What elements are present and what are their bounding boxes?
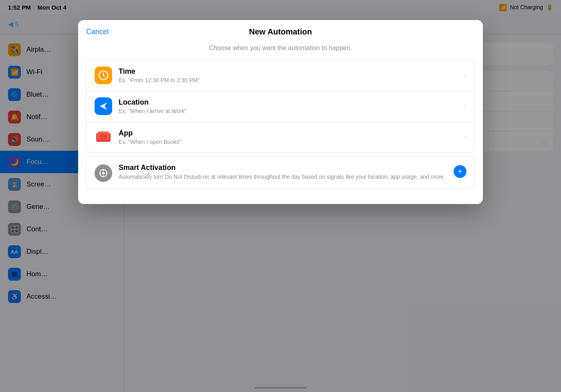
new-automation-modal: Cancel New Automation Choose when you wa… xyxy=(78,20,483,204)
time-chevron-icon: › xyxy=(464,72,466,79)
time-option-text: Time Ex. "From 12:30 PM to 2:30 PM" xyxy=(119,67,464,83)
smart-activation-text: Smart Activation Automatically turn Do N… xyxy=(119,164,449,181)
location-chevron-icon: › xyxy=(464,103,466,110)
modal-subtitle: Choose when you want the automation to h… xyxy=(78,40,483,60)
location-option-title: Location xyxy=(119,98,464,107)
svg-rect-6 xyxy=(99,134,107,139)
app-chevron-icon: › xyxy=(464,133,466,141)
app-option-text: App Ex. "When I open Books" xyxy=(119,129,464,145)
option-location[interactable]: Location Ex. "When I arrive at Work" › xyxy=(87,91,474,122)
app-option-subtitle: Ex. "When I open Books" xyxy=(119,139,464,145)
time-option-title: Time xyxy=(119,67,464,76)
option-app[interactable]: App Ex. "When I open Books" › xyxy=(87,122,474,152)
options-group-1: Time Ex. "From 12:30 PM to 2:30 PM" › Lo… xyxy=(86,60,475,153)
smart-activation-subtitle: Automatically turn Do Not Disturb on at … xyxy=(119,173,449,181)
time-option-subtitle: Ex. "From 12:30 PM to 2:30 PM" xyxy=(119,77,464,83)
options-group-2: Smart Activation Automatically turn Do N… xyxy=(86,156,475,189)
location-option-subtitle: Ex. "When I arrive at Work" xyxy=(119,108,464,114)
location-option-icon xyxy=(95,97,112,115)
app-option-icon xyxy=(95,128,112,146)
svg-marker-3 xyxy=(100,103,107,110)
option-time[interactable]: Time Ex. "From 12:30 PM to 2:30 PM" › xyxy=(87,60,474,91)
svg-line-2 xyxy=(103,76,105,77)
time-option-icon xyxy=(95,67,112,84)
smart-activation-title: Smart Activation xyxy=(119,164,449,172)
cancel-button[interactable]: Cancel xyxy=(86,28,109,36)
svg-point-12 xyxy=(102,172,105,174)
option-smart-activation[interactable]: Smart Activation Automatically turn Do N… xyxy=(87,156,474,188)
smart-activation-plus-button[interactable]: + xyxy=(454,165,466,178)
app-option-title: App xyxy=(119,129,464,137)
modal-header: Cancel New Automation xyxy=(78,20,483,40)
smart-activation-icon xyxy=(95,164,112,182)
location-option-text: Location Ex. "When I arrive at Work" xyxy=(119,98,464,114)
modal-title: New Automation xyxy=(249,27,312,36)
